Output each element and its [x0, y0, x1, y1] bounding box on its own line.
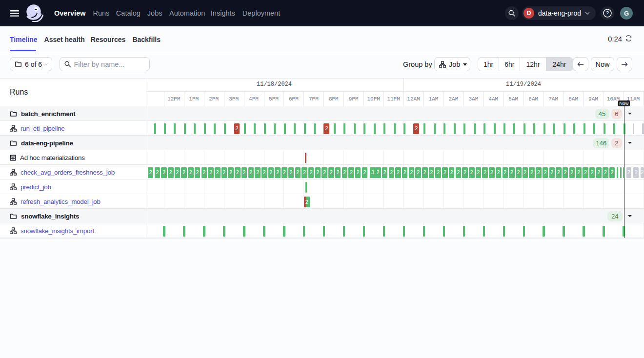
svg-text:?: ?	[605, 10, 608, 16]
